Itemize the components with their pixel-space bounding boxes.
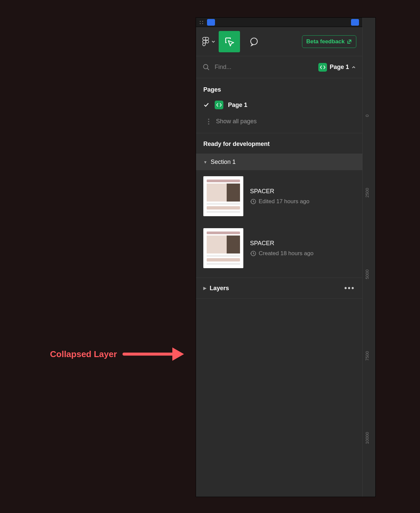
page-row-page1[interactable]: Page 1	[196, 98, 362, 112]
beta-feedback-button[interactable]: Beta feedback	[302, 35, 356, 48]
page-chip-label: Page 1	[330, 64, 349, 71]
ruler-tick: 7500	[365, 351, 370, 361]
tab-blob-2[interactable]	[351, 19, 359, 26]
callout-annotation: Collapsed Layer	[50, 345, 186, 363]
vertical-dots-icon	[208, 119, 209, 125]
frame-item-0[interactable]: SPACER Edited 17 hours ago	[196, 170, 362, 222]
search-row: Page 1	[196, 56, 362, 78]
dev-mode-badge-icon	[318, 63, 327, 72]
history-icon	[250, 199, 256, 205]
frame-item-1[interactable]: SPACER Created 18 hours ago	[196, 222, 362, 274]
frame-name: SPACER	[250, 240, 313, 247]
section-items: SPACER Edited 17 hours ago SPACER	[196, 170, 362, 278]
panel-content: ::	[196, 18, 363, 497]
top-toolbar: Beta feedback	[196, 27, 362, 56]
search-icon	[203, 64, 210, 71]
comment-tool-button[interactable]	[243, 31, 265, 52]
ruler-tick: 2500	[365, 188, 370, 198]
inspect-tool-button[interactable]	[219, 31, 240, 52]
thumbnail	[203, 176, 243, 216]
search-input[interactable]	[215, 64, 314, 71]
vertical-ruler: 0 2500 5000 7500 10000	[363, 18, 375, 497]
section-1-row[interactable]: ▼ Section 1	[196, 154, 362, 170]
chevron-up-icon	[352, 65, 356, 69]
page-selector[interactable]: Page 1	[318, 63, 356, 72]
show-all-pages-button[interactable]: Show all pages	[196, 112, 362, 133]
frame-name: SPACER	[250, 188, 309, 195]
inspect-icon	[224, 36, 235, 47]
beta-feedback-label: Beta feedback	[306, 38, 345, 45]
more-icon[interactable]: •••	[344, 284, 355, 292]
svg-point-2	[204, 64, 208, 69]
check-icon	[203, 102, 210, 108]
svg-point-0	[206, 40, 209, 43]
ruler-tick: 5000	[365, 269, 370, 279]
tab-blob-1[interactable]	[207, 19, 215, 26]
frame-meta: Edited 17 hours ago	[259, 198, 309, 205]
show-all-label: Show all pages	[216, 118, 257, 125]
annotation-label: Collapsed Layer	[50, 349, 117, 359]
page-name-label: Page 1	[228, 102, 247, 109]
comment-icon	[249, 37, 259, 47]
svg-point-1	[251, 38, 257, 45]
external-link-icon	[347, 39, 352, 44]
frame-meta: Created 18 hours ago	[259, 250, 313, 257]
left-panel: ::	[196, 17, 376, 497]
layers-label: Layers	[210, 285, 229, 292]
ruler-tick: 10000	[365, 432, 370, 444]
history-icon	[250, 251, 256, 256]
pages-header: Pages	[196, 78, 362, 98]
layers-collapse-row[interactable]: ▶ Layers •••	[196, 278, 362, 299]
figma-menu-button[interactable]	[202, 37, 215, 47]
triangle-down-icon: ▼	[203, 160, 207, 165]
arrow-icon	[122, 345, 186, 363]
window-tab-strip: ::	[196, 18, 362, 27]
chevron-down-icon	[211, 40, 215, 44]
triangle-right-icon: ▶	[203, 286, 206, 290]
tab-dots: ::	[199, 19, 204, 25]
thumbnail	[203, 228, 243, 268]
dev-mode-badge-icon	[215, 101, 223, 109]
section-label: Section 1	[211, 159, 236, 166]
ruler-tick: 0	[365, 115, 370, 117]
ready-for-dev-header: Ready for development	[196, 133, 362, 154]
